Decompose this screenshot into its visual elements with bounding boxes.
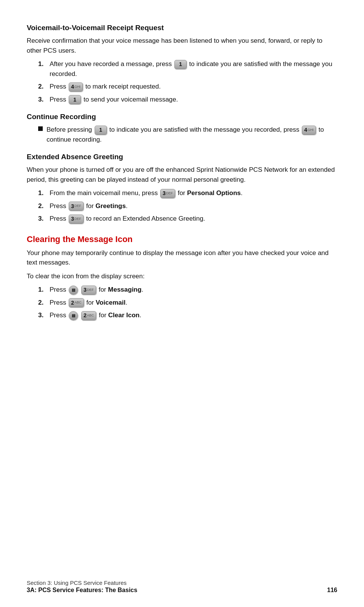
- step-number: 1.: [38, 285, 48, 295]
- key-3def-btn: 3DEF: [160, 189, 175, 198]
- footer-page-number: 116: [327, 587, 337, 594]
- list-item: 3. Press ▤ 2ABC for Clear Icon.: [38, 310, 337, 320]
- clearing-message-icon-heading: Clearing the Message Icon: [27, 234, 337, 244]
- extended-absence-intro: When your phone is turned off or you are…: [27, 165, 337, 184]
- voicemail-receipt-heading: Voicemail-to-Voicemail Receipt Request: [27, 24, 337, 32]
- continue-recording-list: Before pressing 1 to indicate you are sa…: [38, 125, 337, 144]
- key-1b-btn: 1: [69, 95, 81, 104]
- step-number: 1.: [38, 59, 48, 69]
- list-item: 1. After you have recorded a message, pr…: [38, 59, 337, 79]
- voicemail-receipt-steps: 1. After you have recorded a message, pr…: [38, 59, 337, 104]
- clearing-intro2: To clear the icon from the display scree…: [27, 271, 337, 281]
- footer-chapter-label: 3A: PCS Service Features: The Basics: [27, 587, 137, 594]
- voicemail-receipt-intro: Receive confirmation that your voice mes…: [27, 36, 337, 55]
- step-text: After you have recorded a message, press…: [50, 59, 337, 79]
- clearing-steps: 1. Press ▤ 3DEF for Messaging. 2. Press …: [38, 285, 337, 320]
- key-menu-btn: ▤: [69, 286, 78, 295]
- key-3def-d-btn: 3DEF: [81, 286, 96, 295]
- step-number: 3.: [38, 95, 48, 105]
- step-text: Press 1 to send your voicemail message.: [50, 95, 178, 105]
- step-number: 2.: [38, 82, 48, 92]
- list-item: 2. Press 4GHI to mark receipt requested.: [38, 82, 337, 92]
- key-4ghi-btn: 4GHI: [69, 82, 83, 92]
- list-item: 2. Press 2ABC for Voicemail.: [38, 298, 337, 308]
- list-item: Before pressing 1 to indicate you are sa…: [38, 125, 337, 144]
- step-number: 2.: [38, 298, 48, 308]
- step-number: 2.: [38, 201, 48, 211]
- footer: Section 3: Using PCS Service Features 3A…: [27, 580, 337, 594]
- clearing-intro1: Your phone may temporarily continue to d…: [27, 248, 337, 268]
- key-4ghi-b-btn: 4GHI: [302, 126, 316, 135]
- key-3def-c-btn: 3DEF: [69, 215, 84, 224]
- key-menu-b-btn: ▤: [69, 311, 78, 320]
- footer-section-label: Section 3: Using PCS Service Features: [27, 580, 337, 586]
- step-number: 1.: [38, 188, 48, 198]
- bullet-icon: [38, 126, 43, 131]
- key-2abc-b-btn: 2ABC: [81, 311, 96, 320]
- list-item: 1. From the main voicemail menu, press 3…: [38, 188, 337, 198]
- list-item: 2. Press 3DEF for Greetings.: [38, 201, 337, 211]
- bullet-text: Before pressing 1 to indicate you are sa…: [47, 125, 337, 144]
- step-text: Press 3DEF for Greetings.: [50, 201, 127, 211]
- key-1-btn: 1: [174, 60, 187, 69]
- step-text: Press 3DEF to record an Extended Absence…: [50, 214, 205, 224]
- step-text: Press 4GHI to mark receipt requested.: [50, 82, 161, 92]
- footer-bottom: 3A: PCS Service Features: The Basics 116: [27, 587, 337, 594]
- list-item: 1. Press ▤ 3DEF for Messaging.: [38, 285, 337, 295]
- step-text: Press ▤ 2ABC for Clear Icon.: [50, 310, 141, 320]
- step-number: 3.: [38, 310, 48, 320]
- step-text: Press 2ABC for Voicemail.: [50, 298, 127, 308]
- continue-recording-heading: Continue Recording: [27, 113, 337, 121]
- list-item: 3. Press 3DEF to record an Extended Abse…: [38, 214, 337, 224]
- list-item: 3. Press 1 to send your voicemail messag…: [38, 95, 337, 105]
- extended-absence-heading: Extended Absence Greeting: [27, 153, 337, 161]
- step-number: 3.: [38, 214, 48, 224]
- step-text: Press ▤ 3DEF for Messaging.: [50, 285, 143, 295]
- key-2abc-btn: 2ABC: [69, 298, 84, 307]
- key-1c-btn: 1: [95, 126, 107, 135]
- step-text: From the main voicemail menu, press 3DEF…: [50, 188, 243, 198]
- key-3def-b-btn: 3DEF: [69, 202, 84, 211]
- extended-absence-steps: 1. From the main voicemail menu, press 3…: [38, 188, 337, 224]
